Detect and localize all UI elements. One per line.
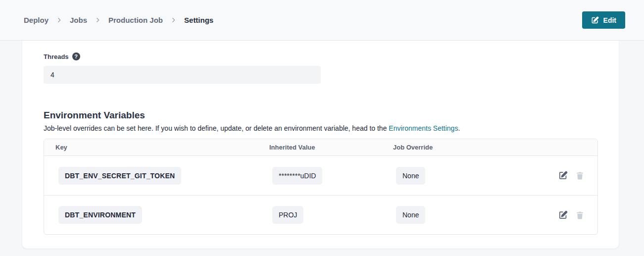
threads-label: Threads [44,53,69,60]
row-edit-icon[interactable] [558,210,568,220]
threads-input[interactable] [44,66,321,84]
env-var-inherited-value: PROJ [272,206,303,224]
row-edit-icon[interactable] [558,171,568,180]
settings-card: Threads ? Environment Variables Job-leve… [22,41,619,249]
edit-pencil-icon [591,16,599,24]
description-text: Job-level overrides can be set here. If … [44,124,389,132]
env-var-inherited-value: ********uDID [272,167,322,185]
env-var-key: DBT_ENVIRONMENT [58,206,142,224]
description-period: . [458,124,460,132]
row-delete-trash-icon[interactable] [575,210,585,220]
chevron-right-icon [170,17,177,23]
breadcrumb: Deploy Jobs Production Job Settings [24,16,213,24]
table-row: DBT_ENVIRONMENT PROJ None [44,195,597,234]
chevron-right-icon [56,17,62,23]
breadcrumb-item-production-job[interactable]: Production Job [108,16,163,24]
breadcrumb-item-jobs[interactable]: Jobs [70,16,87,24]
breadcrumb-item-settings: Settings [184,16,213,24]
help-icon[interactable]: ? [72,52,80,60]
column-header-inherited-value: Inherited Value [258,144,382,151]
section-title: Environment Variables [44,110,598,121]
column-header-job-override: Job Override [382,144,509,151]
section-description: Job-level overrides can be set here. If … [44,124,598,132]
edit-button[interactable]: Edit [582,11,625,29]
env-variables-table: Key Inherited Value Job Override DBT_ENV… [44,139,598,235]
column-header-key: Key [44,144,258,151]
environment-variables-section: Environment Variables Job-level override… [44,110,598,235]
table-row: DBT_ENV_SECRET_GIT_TOKEN ********uDID No… [44,156,597,195]
page-header: Deploy Jobs Production Job Settings Edit [0,0,644,41]
breadcrumb-item-deploy[interactable]: Deploy [24,16,49,24]
env-var-job-override: None [396,206,425,224]
env-var-job-override: None [396,167,425,185]
row-delete-trash-icon[interactable] [575,171,585,180]
environments-settings-link[interactable]: Environments Settings [389,124,458,132]
edit-button-label: Edit [603,16,616,24]
chevron-right-icon [95,17,101,23]
env-var-key: DBT_ENV_SECRET_GIT_TOKEN [58,167,181,185]
table-header-row: Key Inherited Value Job Override [44,139,597,156]
